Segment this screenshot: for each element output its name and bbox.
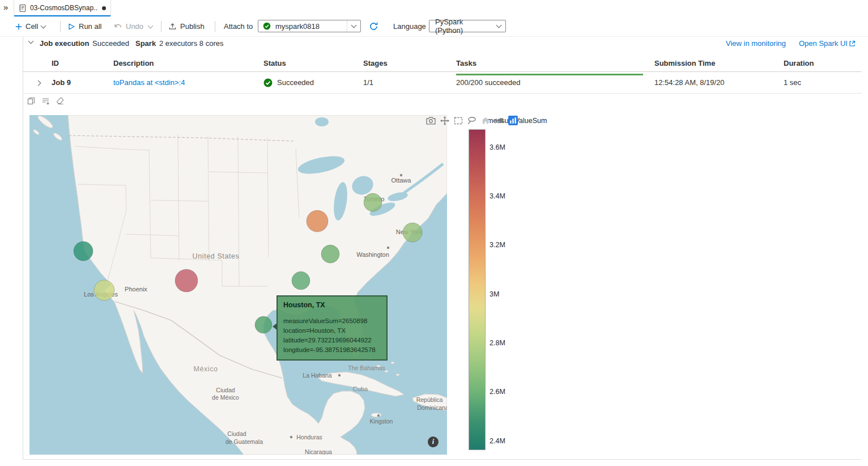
collapse-sidebar-icon[interactable]: » (3, 2, 8, 12)
map-label: Ciudad (227, 430, 246, 437)
map-label: Nicaragua (305, 448, 332, 455)
synapse-notebook-screen: » 03-CosmosDBSynap... Cell Run all Undo (0, 0, 868, 466)
plotly-logo-icon[interactable] (508, 116, 518, 125)
map-label: Cuba (353, 385, 368, 392)
copy-output-icon[interactable] (27, 97, 35, 105)
map-bubble[interactable] (321, 245, 339, 263)
box-select-icon[interactable] (454, 117, 463, 125)
cell-bottom-border (23, 459, 862, 460)
clear-output-icon[interactable] (56, 97, 64, 105)
undo-dropdown-chevron[interactable] (148, 16, 152, 36)
language-label: Language (393, 16, 426, 36)
undo-icon (114, 23, 122, 30)
toolbar-divider (161, 21, 161, 32)
add-cell-button[interactable]: Cell (15, 16, 45, 36)
open-spark-ui-link[interactable]: Open Spark UI (799, 39, 848, 48)
col-description: Description (113, 59, 263, 67)
map-bubble-selected[interactable] (255, 316, 272, 333)
map-bubble[interactable] (307, 210, 328, 232)
run-all-button[interactable]: Run all (67, 16, 101, 36)
play-icon (67, 23, 75, 31)
map-attribution-icon[interactable]: i (428, 437, 439, 447)
map-bubble[interactable] (94, 280, 114, 300)
map-bubble[interactable] (175, 269, 198, 292)
attach-to-label: Attach to (224, 16, 253, 36)
col-tasks: Tasks (456, 59, 654, 67)
refresh-button[interactable] (369, 16, 378, 36)
map-label: México (193, 365, 218, 373)
tooltip-lines: measureValueSum=2650898location=Houston,… (283, 316, 381, 355)
attach-to-dropdown[interactable]: myspark0818 (258, 20, 361, 32)
chevron-down-icon (41, 23, 46, 28)
colorbar-ticks: 3.6M3.4M3.2M3M2.8M2.6M2.4M (490, 129, 529, 450)
col-id: ID (52, 59, 113, 67)
colorbar (469, 129, 486, 450)
job-execution-header: Job execution Succeeded Spark 2 executor… (23, 36, 862, 52)
col-status: Status (263, 59, 363, 67)
map-label: La Habana (303, 372, 332, 379)
colorbar-tick-label: 3.4M (490, 192, 505, 201)
map-label: Honduras (296, 434, 322, 440)
refresh-icon (369, 22, 378, 31)
chart-modebar (426, 116, 518, 125)
job-table-row: Job 9 toPandas at <stdin>:4 Succeeded 1/… (23, 72, 862, 94)
undo-label: Undo (126, 22, 143, 31)
collapse-job-panel-icon[interactable] (28, 39, 34, 44)
colorbar-tick-label: 2.4M (490, 437, 505, 446)
job-execution-status: Succeeded (92, 39, 129, 48)
add-cell-label: Cell (25, 22, 38, 31)
language-dropdown[interactable]: PySpark (Python) (429, 20, 506, 32)
map-label: Kingston (370, 418, 393, 425)
camera-download-icon[interactable] (426, 116, 436, 125)
tasks-progress-bar (456, 74, 643, 75)
notebook-tab[interactable]: 03-CosmosDBSynap... (14, 0, 111, 16)
output-options-icon[interactable] (41, 97, 50, 105)
toggle-hover-icon[interactable] (495, 117, 504, 124)
tooltip-line: location=Houston, TX (283, 326, 381, 336)
map-label: de México (212, 394, 239, 401)
map-label: de Guatemala (225, 438, 263, 445)
map-bubble[interactable] (364, 193, 382, 211)
publish-button[interactable]: Publish (168, 16, 205, 36)
job-status: Succeeded (277, 78, 314, 87)
toolbar-divider (60, 21, 61, 32)
run-all-label: Run all (79, 22, 101, 31)
unsaved-indicator (102, 6, 106, 10)
map-label: Ottawa (392, 177, 412, 184)
chevron-down-icon (492, 20, 505, 32)
job-stages: 1/1 (363, 78, 456, 87)
pan-icon[interactable] (440, 116, 449, 125)
notebook-icon (19, 4, 26, 12)
external-link-icon[interactable] (849, 40, 856, 47)
map-label: United States (193, 252, 240, 260)
tooltip-line: longitude=-95.38751983642578 (283, 345, 381, 355)
view-in-monitoring-link[interactable]: View in monitoring (726, 39, 786, 48)
lasso-select-icon[interactable] (467, 116, 476, 125)
tooltip-line: latitude=29.732219696044922 (283, 336, 381, 345)
undo-button[interactable]: Undo (114, 16, 143, 36)
map-canvas: United StatesMéxicoPhoenixLos AngelesWas… (29, 115, 447, 455)
colorbar-tick-label: 3.6M (490, 143, 505, 152)
cell-left-gutter (23, 36, 23, 459)
colorbar-tick-label: 3.2M (490, 240, 505, 249)
tooltip-line: measureValueSum=2650898 (283, 316, 381, 326)
job-description-link[interactable]: toPandas at <stdin>:4 (113, 78, 185, 87)
colorbar-tick-label: 2.8M (490, 338, 505, 348)
map-bubble[interactable] (403, 223, 422, 242)
col-duration: Duration (784, 59, 862, 67)
attach-to-value: myspark0818 (275, 22, 320, 31)
succeeded-check-icon (263, 78, 273, 87)
notebook-toolbar: Cell Run all Undo Publish Attach to mysp… (0, 16, 868, 37)
map-label: The Bahamas (348, 365, 385, 371)
reset-view-icon[interactable] (481, 116, 490, 125)
map-bubble[interactable] (292, 272, 310, 290)
geo-bubble-map[interactable]: United StatesMéxicoPhoenixLos AngelesWas… (29, 115, 447, 455)
spark-details: 2 executors 8 cores (159, 39, 223, 48)
toolbar-divider (215, 21, 215, 32)
col-stages: Stages (363, 59, 456, 67)
job-duration: 1 sec (784, 78, 862, 87)
chevron-down-icon (347, 20, 360, 32)
map-label: Washington (356, 251, 389, 258)
map-bubble[interactable] (74, 242, 93, 261)
expand-row-icon[interactable] (36, 81, 41, 86)
